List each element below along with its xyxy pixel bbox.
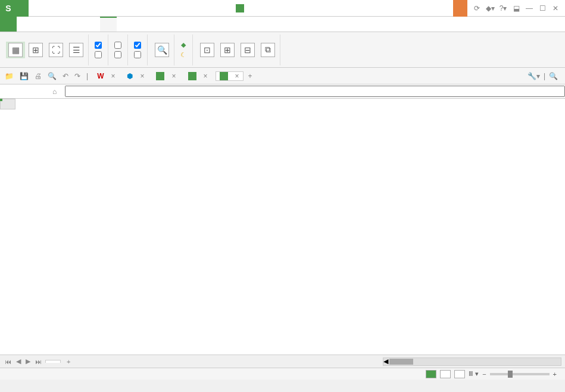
save-icon[interactable]: 💾 (18, 72, 30, 80)
settings-icon[interactable]: ◆▾ (484, 4, 496, 12)
tab-view[interactable] (100, 17, 117, 32)
rib-group-rowcol (130, 35, 148, 65)
close-tab-icon[interactable]: × (204, 72, 208, 80)
zoom-button[interactable]: 🔍 (152, 42, 171, 58)
file-icon (220, 72, 228, 80)
close-tab-icon[interactable]: × (171, 72, 176, 80)
sheet-nav-last-icon[interactable]: ⏭ (34, 358, 43, 365)
view-break-icon[interactable] (454, 370, 465, 378)
login-button[interactable] (453, 0, 467, 17)
tab-tools[interactable] (150, 17, 167, 32)
sheet-area[interactable] (0, 99, 565, 355)
ribbon: ▦ ⊞ ⛶ ☰ 🔍 ◆ ☾ ⊡ ⊞ ⊟ ⧉ (0, 32, 565, 68)
check-showgrid[interactable] (113, 41, 125, 49)
redo-icon[interactable]: ↷ (73, 72, 82, 80)
view-normal-icon[interactable] (426, 370, 436, 378)
quick-bar: 📁 💾 🖨 🔍 ↶ ↷ | W× ⬢× × × × + 🔧▾ | 🔍 (0, 68, 565, 84)
undo-icon[interactable]: ↶ (61, 72, 70, 80)
preview-icon[interactable]: 🔍 (46, 72, 58, 80)
preview-icon: ⊞ (29, 43, 43, 57)
rib-group-grid (111, 35, 128, 65)
fx-icons: ⌂ (48, 87, 65, 96)
freeze-button[interactable]: ⊡ (198, 42, 217, 58)
titlebar: S ⟳ ◆▾ ?▾ ⬓ — ☐ ✕ (0, 0, 565, 17)
help-icon[interactable]: ?▾ (497, 4, 509, 12)
newwin-button[interactable]: ⧉ (258, 42, 277, 58)
tab-cloud[interactable]: ⬢× (123, 71, 148, 81)
tab-layout[interactable] (33, 17, 50, 32)
file-icon (236, 4, 244, 12)
ribbon-toggle-icon[interactable]: ⬓ (510, 4, 522, 12)
maximize-icon[interactable]: ☐ (536, 4, 548, 12)
tab-cloud[interactable] (133, 17, 150, 32)
column-mode-icon[interactable]: Ⅲ ▾ (469, 370, 479, 378)
eyecare-icon: ◆ (181, 41, 186, 49)
close-tab-icon[interactable]: × (140, 72, 144, 80)
toolbox-icon[interactable]: 🔧▾ (527, 72, 540, 80)
doc-tab-1[interactable]: × (152, 71, 180, 81)
zoom-icon: 🔍 (155, 43, 169, 57)
close-icon[interactable]: ✕ (550, 4, 561, 12)
open-icon[interactable]: 📁 (4, 72, 15, 80)
tab-insert[interactable] (17, 17, 33, 32)
search-icon[interactable]: 🔍 (549, 72, 558, 80)
view-reading-button[interactable]: ☰ (67, 42, 86, 58)
doc-tab-3[interactable]: × (216, 71, 244, 81)
tab-start[interactable] (0, 17, 17, 32)
sheet-nav-first-icon[interactable]: ⏮ (4, 358, 13, 365)
zoom-out-icon[interactable]: − (482, 371, 486, 378)
tab-data[interactable] (67, 17, 83, 32)
add-tab-icon[interactable]: + (247, 72, 254, 80)
view-preview-button[interactable]: ⊞ (26, 42, 45, 58)
zoom-thumb[interactable] (508, 371, 513, 378)
rib-group-zoom: 🔍 (150, 35, 174, 65)
wps-logo-icon: W (97, 72, 104, 80)
rib-group-show (91, 35, 108, 65)
rearrange-button[interactable]: ⊞ (218, 42, 237, 58)
print-icon[interactable]: 🖨 (33, 72, 43, 80)
select-all-corner[interactable] (0, 99, 15, 109)
view-fullscreen-button[interactable]: ⛶ (46, 42, 65, 58)
sheet-nav-next-icon[interactable]: ▶ (24, 357, 32, 365)
minimize-icon[interactable]: — (523, 4, 535, 12)
window-controls: ⟳ ◆▾ ?▾ ⬓ — ☐ ✕ (467, 4, 565, 12)
view-normal-button[interactable]: ▦ (6, 42, 25, 58)
check-night[interactable]: ☾ (179, 51, 190, 59)
menu-tabs (0, 17, 565, 32)
fx-dropdown-icon[interactable]: ⌂ (52, 87, 57, 96)
check-showrowcol[interactable] (133, 41, 145, 49)
doc-tab-2[interactable]: × (184, 71, 212, 81)
horizontal-scrollbar[interactable]: ◀ (383, 357, 561, 366)
formula-input[interactable] (65, 86, 565, 97)
sync-icon[interactable]: ⟳ (471, 4, 483, 12)
tab-review[interactable] (83, 17, 100, 32)
app-logo-icon: S (0, 0, 17, 17)
sheet-tab[interactable] (45, 360, 61, 363)
scroll-left-icon[interactable]: ◀ (383, 357, 388, 365)
add-sheet-icon[interactable]: + (63, 358, 74, 365)
check-taskpane[interactable] (93, 51, 105, 59)
close-tab-icon[interactable]: × (235, 72, 239, 80)
fullscreen-icon: ⛶ (49, 43, 63, 57)
view-page-icon[interactable] (440, 370, 451, 378)
file-icon (188, 72, 196, 80)
zoom-in-icon[interactable]: + (553, 371, 557, 378)
check-printrowcol[interactable] (133, 51, 145, 59)
sheet-tabs-bar: ⏮ ◀ ▶ ⏭ + ◀ (0, 355, 565, 368)
grid-icon: ▦ (8, 43, 23, 57)
check-editbar[interactable] (93, 41, 105, 49)
status-right: Ⅲ ▾ − + (426, 370, 560, 378)
tab-mywps[interactable]: W× (93, 71, 119, 81)
close-tab-icon[interactable]: × (111, 72, 115, 80)
sheet-nav-prev-icon[interactable]: ◀ (15, 357, 22, 365)
rib-group-mode: ◆ ☾ (177, 35, 193, 65)
newwin-icon: ⧉ (261, 43, 275, 57)
tab-formula[interactable] (50, 17, 67, 32)
tab-dev[interactable] (117, 17, 133, 32)
scrollbar-thumb[interactable] (389, 359, 413, 365)
freeze-icon: ⊡ (200, 43, 214, 57)
zoom-slider[interactable] (490, 373, 550, 375)
check-eyecare[interactable]: ◆ (180, 40, 189, 49)
check-printgrid[interactable] (113, 51, 125, 59)
split-button[interactable]: ⊟ (238, 42, 257, 58)
